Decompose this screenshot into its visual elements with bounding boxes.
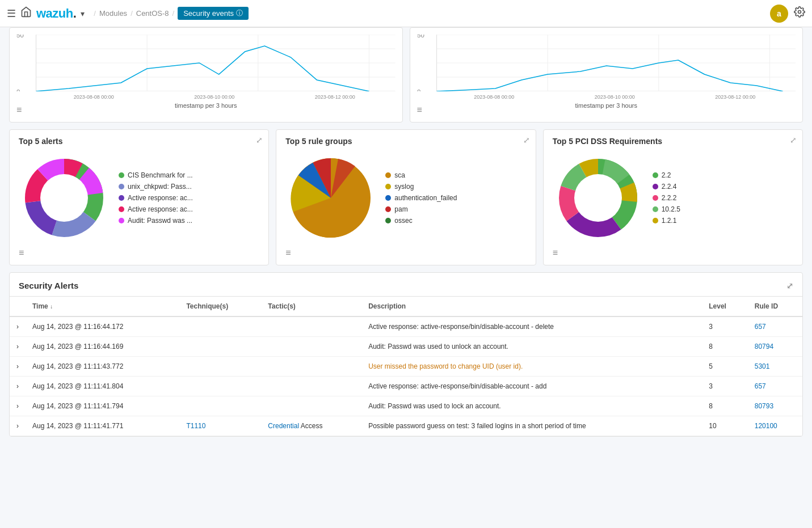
legend-dot-1 xyxy=(119,184,124,189)
top5-rulegroups-legend: sca syslog authentication_failed pam xyxy=(385,171,457,225)
top5-alerts-expand-icon[interactable]: ⤢ xyxy=(256,136,263,145)
cell-level: 3 xyxy=(702,377,748,396)
cell-rule-id[interactable]: 657 xyxy=(748,316,802,337)
cell-tactic: Credential Access xyxy=(261,416,361,436)
line-chart-svg-2: 50 0 xyxy=(417,35,796,91)
rg-legend-2: authentication_failed xyxy=(385,194,457,202)
pci-legend-2: 2.2.2 xyxy=(653,194,680,202)
cell-tactic xyxy=(261,377,361,396)
cell-tactic xyxy=(261,396,361,416)
svg-text:0: 0 xyxy=(16,89,20,91)
cell-rule-id[interactable]: 120100 xyxy=(748,416,802,436)
alerts-table: Time ↓ Technique(s) Tactic(s) Descriptio… xyxy=(10,297,802,436)
cell-rule-id[interactable]: 80793 xyxy=(748,396,802,416)
legend-dot-4 xyxy=(119,218,124,223)
cell-time: Aug 14, 2023 @ 11:11:41.794 xyxy=(26,396,179,416)
chart1-x-label-1: 2023-08-08 00:00 xyxy=(74,94,114,100)
row-expand-chevron[interactable]: › xyxy=(10,396,26,416)
chart1-x-label-3: 2023-08-12 00:00 xyxy=(315,94,355,100)
breadcrumb: / Modules / CentOS-8 / Security events ⓘ xyxy=(94,7,249,20)
breadcrumb-modules[interactable]: Modules xyxy=(99,9,127,18)
col-ruleid: Rule ID xyxy=(748,297,802,316)
legend-dot-2 xyxy=(119,195,124,201)
row-expand-chevron[interactable]: › xyxy=(10,416,26,436)
menu-icon[interactable]: ☰ xyxy=(7,7,16,20)
table-row: ›Aug 14, 2023 @ 11:11:41.804Active respo… xyxy=(10,377,802,396)
table-row: ›Aug 14, 2023 @ 11:16:44.169Audit: Passw… xyxy=(10,337,802,357)
cell-time: Aug 14, 2023 @ 11:11:43.772 xyxy=(26,357,179,377)
svg-point-0 xyxy=(798,11,801,14)
cell-tactic xyxy=(261,337,361,357)
cell-time: Aug 14, 2023 @ 11:11:41.804 xyxy=(26,377,179,396)
rule-id-link[interactable]: 120100 xyxy=(755,422,777,430)
top5-alerts-table-icon[interactable]: ≡ xyxy=(19,248,259,258)
top5-rulegroups-panel: Top 5 rule groups ⤢ xyxy=(276,129,536,265)
table-row: ›Aug 14, 2023 @ 11:11:41.771T1110Credent… xyxy=(10,416,802,436)
cell-description: Active response: active-response/bin/dis… xyxy=(361,377,702,396)
cell-rule-id[interactable]: 657 xyxy=(748,377,802,396)
security-alerts-expand-icon[interactable]: ⤢ xyxy=(786,281,793,290)
rule-id-link[interactable]: 657 xyxy=(755,323,766,331)
row-expand-chevron[interactable]: › xyxy=(10,316,26,337)
cell-technique xyxy=(179,396,261,416)
home-icon[interactable] xyxy=(20,6,32,20)
col-tactic: Tactic(s) xyxy=(261,297,361,316)
rule-id-link[interactable]: 80793 xyxy=(755,402,773,410)
cell-description: Active response: active-response/bin/dis… xyxy=(361,316,702,337)
col-time[interactable]: Time ↓ xyxy=(26,297,179,316)
cell-level: 10 xyxy=(702,416,748,436)
legend-item-1: unix_chkpwd: Pass... xyxy=(119,183,193,191)
cell-tactic xyxy=(261,316,361,337)
line-chart-2: 50 0 2023-08-08 00:00 2023-08-10 00:00 2… xyxy=(417,35,796,91)
settings-icon[interactable] xyxy=(794,6,805,20)
breadcrumb-centos[interactable]: CentOS-8 xyxy=(136,9,169,18)
legend-item-3: Active response: ac... xyxy=(119,205,193,213)
top5-rulegroups-table-icon[interactable]: ≡ xyxy=(285,248,526,258)
pci-legend-1: 2.2.4 xyxy=(653,183,680,191)
col-level: Level xyxy=(702,297,748,316)
nav-right: a xyxy=(770,5,805,23)
cell-level: 8 xyxy=(702,337,748,357)
cell-technique[interactable]: T1110 xyxy=(179,416,261,436)
svg-point-28 xyxy=(40,174,88,222)
table-row: ›Aug 14, 2023 @ 11:11:43.772User missed … xyxy=(10,357,802,377)
security-alerts-title: Security Alerts xyxy=(19,281,78,290)
top5-rulegroups-title: Top 5 rule groups xyxy=(285,137,526,146)
top5-pcidss-table-icon[interactable]: ≡ xyxy=(553,248,793,258)
row-expand-chevron[interactable]: › xyxy=(10,337,26,357)
cell-technique xyxy=(179,377,261,396)
cell-tactic xyxy=(261,357,361,377)
row-expand-chevron[interactable]: › xyxy=(10,377,26,396)
rule-id-link[interactable]: 657 xyxy=(755,382,766,390)
col-technique: Technique(s) xyxy=(179,297,261,316)
cell-level: 8 xyxy=(702,396,748,416)
pci-legend-0: 2.2 xyxy=(653,171,680,179)
cell-level: 5 xyxy=(702,357,748,377)
top5-alerts-donut xyxy=(19,153,110,243)
row-expand-chevron[interactable]: › xyxy=(10,357,26,377)
technique-link[interactable]: T1110 xyxy=(186,422,205,430)
top5-pcidss-panel: Top 5 PCI DSS Requirements ⤢ 2.2 xyxy=(543,129,803,265)
top5-pcidss-expand-icon[interactable]: ⤢ xyxy=(790,136,797,145)
legend-dot-0 xyxy=(119,172,124,178)
breadcrumb-security-events[interactable]: Security events ⓘ xyxy=(178,7,249,20)
top5-rulegroups-expand-icon[interactable]: ⤢ xyxy=(523,136,530,145)
line-chart-1: 50 0 2023-08-08 00:00 2023-08-10 00:00 2… xyxy=(16,35,396,91)
rule-id-link[interactable]: 5301 xyxy=(755,362,770,370)
sort-arrow-time: ↓ xyxy=(50,303,53,310)
legend-dot-3 xyxy=(119,206,124,212)
legend-item-2: Active response: ac... xyxy=(119,194,193,202)
rule-id-link[interactable]: 80794 xyxy=(755,343,773,350)
logo-dropdown[interactable]: ▾ xyxy=(81,9,85,18)
cell-technique xyxy=(179,337,261,357)
top5-pcidss-donut xyxy=(553,153,643,243)
avatar[interactable]: a xyxy=(770,5,788,23)
cell-rule-id[interactable]: 5301 xyxy=(748,357,802,377)
rg-legend-1: syslog xyxy=(385,183,457,191)
line-chart-svg-1: 50 0 xyxy=(16,35,396,91)
cell-time: Aug 14, 2023 @ 11:11:41.771 xyxy=(26,416,179,436)
chart2-x-label-1: 2023-08-08 00:00 xyxy=(474,94,514,100)
top5-pcidss-legend: 2.2 2.2.4 2.2.2 10.2.5 xyxy=(653,171,680,225)
pci-legend-4: 1.2.1 xyxy=(653,217,680,225)
cell-rule-id[interactable]: 80794 xyxy=(748,337,802,357)
